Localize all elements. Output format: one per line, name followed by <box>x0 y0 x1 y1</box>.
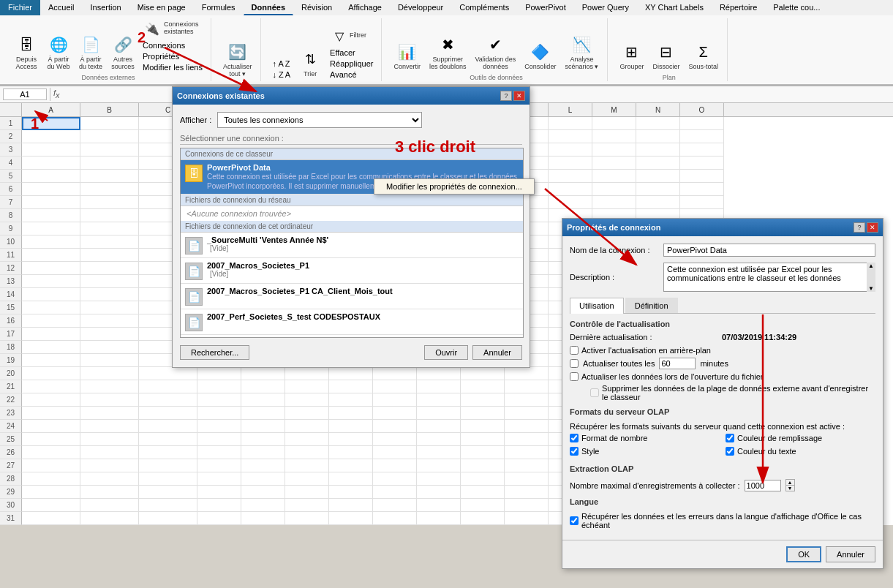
cell-A31[interactable] <box>22 512 80 525</box>
cell-B26[interactable] <box>80 446 139 459</box>
cell-F31[interactable] <box>285 512 329 525</box>
cell-O2[interactable] <box>680 130 724 143</box>
cell-O6[interactable] <box>680 183 724 196</box>
cell-I27[interactable] <box>417 459 461 472</box>
cb-style[interactable] <box>570 447 579 456</box>
cell-C23[interactable] <box>139 407 197 420</box>
nom-input[interactable] <box>663 244 875 257</box>
btn-dissocier[interactable]: ⊟ Dissocier <box>649 39 682 72</box>
btn-validation[interactable]: ✔ Validation desdonnées <box>472 31 519 72</box>
cell-I30[interactable] <box>417 499 461 512</box>
cell-J22[interactable] <box>461 393 505 407</box>
cell-I24[interactable] <box>417 420 461 433</box>
cell-O4[interactable] <box>680 157 724 170</box>
cell-K28[interactable] <box>505 472 549 486</box>
cell-A28[interactable] <box>22 472 80 486</box>
cell-A23[interactable] <box>22 407 80 420</box>
tab-fichier[interactable]: Fichier <box>0 0 40 15</box>
cell-N1[interactable] <box>636 117 680 130</box>
cb-couleur-remplissage[interactable] <box>726 434 734 442</box>
cell-L4[interactable] <box>549 157 592 170</box>
cell-B4[interactable] <box>80 157 139 170</box>
btn-sous-total[interactable]: Σ Sous-total <box>685 39 721 72</box>
btn-trier[interactable]: ⇅ Trier <box>295 46 325 80</box>
cell-J26[interactable] <box>461 446 505 459</box>
cell-B27[interactable] <box>80 459 139 472</box>
cell-B29[interactable] <box>80 486 139 499</box>
cell-D24[interactable] <box>197 420 241 433</box>
cell-M1[interactable] <box>592 117 636 130</box>
cell-F24[interactable] <box>285 420 329 433</box>
cell-G24[interactable] <box>329 420 373 433</box>
cell-A1[interactable] <box>22 117 80 130</box>
cell-A2[interactable] <box>22 130 80 143</box>
cell-A22[interactable] <box>22 393 80 407</box>
cell-D21[interactable] <box>197 380 241 393</box>
cell-E26[interactable] <box>241 446 285 459</box>
btn-effacer[interactable]: Effacer <box>328 48 375 58</box>
cell-K26[interactable] <box>505 446 549 459</box>
cell-B2[interactable] <box>80 130 139 143</box>
cell-F20[interactable] <box>285 367 329 380</box>
cell-G29[interactable] <box>329 486 373 499</box>
cell-D20[interactable] <box>197 367 241 380</box>
cb-supprimer-donnees[interactable] <box>590 388 599 397</box>
cell-A21[interactable] <box>22 380 80 393</box>
cell-E23[interactable] <box>241 407 285 420</box>
cell-A16[interactable] <box>22 314 80 328</box>
cb-actualiser-toutes[interactable] <box>570 359 579 368</box>
cell-K31[interactable] <box>505 512 549 525</box>
cell-H24[interactable] <box>373 420 417 433</box>
cell-G28[interactable] <box>329 472 373 486</box>
cell-B5[interactable] <box>80 170 139 183</box>
cell-I28[interactable] <box>417 472 461 486</box>
btn-ouvrir[interactable]: Ouvrir <box>424 345 468 360</box>
cell-G22[interactable] <box>329 393 373 407</box>
cell-A15[interactable] <box>22 301 80 314</box>
cell-K20[interactable] <box>505 367 549 380</box>
cell-H29[interactable] <box>373 486 417 499</box>
tab-mise-en-page[interactable]: Mise en page <box>129 0 194 15</box>
cell-A26[interactable] <box>22 446 80 459</box>
btn-consolider[interactable]: 🔷 Consolider <box>521 39 559 72</box>
cell-M7[interactable] <box>592 196 636 209</box>
cell-D31[interactable] <box>197 512 241 525</box>
cell-A8[interactable] <box>22 209 80 222</box>
btn-supprimer-doublons[interactable]: ✖ Supprimerles doublons <box>426 31 470 72</box>
cell-J30[interactable] <box>461 499 505 512</box>
tab-powerpivot[interactable]: PowerPivot <box>517 0 574 15</box>
cell-H30[interactable] <box>373 499 417 512</box>
cell-B7[interactable] <box>80 196 139 209</box>
cell-E28[interactable] <box>241 472 285 486</box>
props-close-btn[interactable]: ✕ <box>867 222 878 233</box>
cell-I25[interactable] <box>417 433 461 446</box>
btn-grouper[interactable]: ⊞ Grouper <box>617 39 647 72</box>
tab-donnees[interactable]: Données <box>244 0 293 15</box>
cell-F27[interactable] <box>285 459 329 472</box>
cell-A7[interactable] <box>22 196 80 209</box>
cell-J25[interactable] <box>461 433 505 446</box>
cell-O1[interactable] <box>680 117 724 130</box>
cb-format-nombre[interactable] <box>570 434 579 442</box>
minutes-input[interactable] <box>659 358 696 369</box>
cell-J27[interactable] <box>461 459 505 472</box>
cell-N2[interactable] <box>636 130 680 143</box>
cell-C26[interactable] <box>139 446 197 459</box>
cell-B11[interactable] <box>80 249 139 262</box>
cell-D22[interactable] <box>197 393 241 407</box>
cell-B21[interactable] <box>80 380 139 393</box>
cell-B12[interactable] <box>80 262 139 275</box>
cell-K29[interactable] <box>505 486 549 499</box>
cell-G31[interactable] <box>329 512 373 525</box>
cell-A12[interactable] <box>22 262 80 275</box>
cell-D27[interactable] <box>197 459 241 472</box>
dialog-help-btn[interactable]: ? <box>500 91 512 101</box>
cell-A25[interactable] <box>22 433 80 446</box>
cell-I26[interactable] <box>417 446 461 459</box>
props-help-btn[interactable]: ? <box>854 222 865 233</box>
cell-H27[interactable] <box>373 459 417 472</box>
cell-B16[interactable] <box>80 314 139 328</box>
tab-insertion[interactable]: Insertion <box>82 0 129 15</box>
cell-A17[interactable] <box>22 328 80 341</box>
btn-proprietes[interactable]: Propriétés <box>140 51 205 61</box>
